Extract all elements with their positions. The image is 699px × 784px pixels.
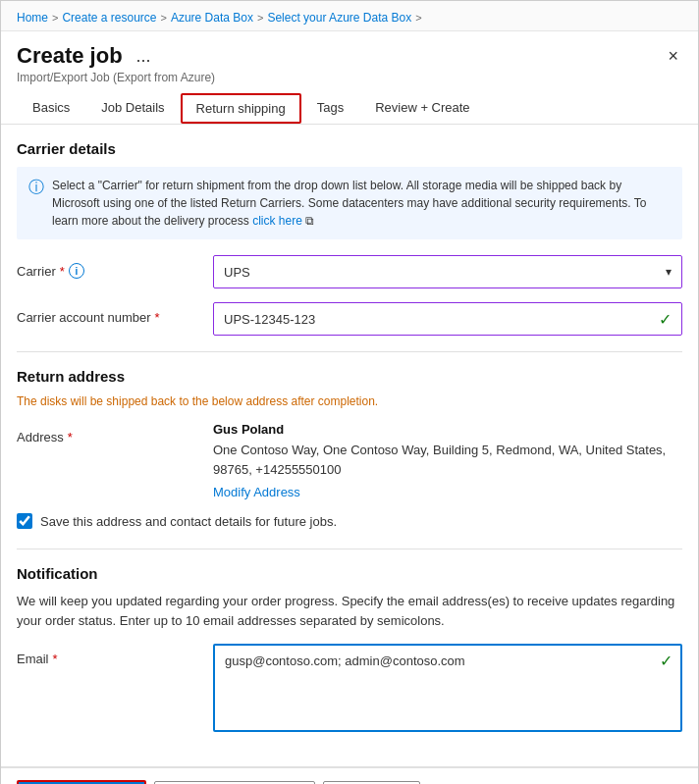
breadcrumb-home[interactable]: Home [17, 11, 48, 25]
breadcrumb-sep-4: > [415, 12, 421, 24]
modify-address-link[interactable]: Modify Address [213, 485, 300, 499]
notification-description: We will keep you updated regarding your … [17, 592, 682, 630]
page-title-row: Create job ... [17, 43, 215, 69]
email-row: Email * gusp@contoso.com; admin@contoso.… [17, 644, 682, 735]
account-value: UPS-12345-123 [224, 312, 315, 327]
breadcrumb: Home > Create a resource > Azure Data Bo… [1, 1, 698, 31]
header: Create job ... Import/Export Job (Export… [1, 31, 698, 92]
breadcrumb-azure-data-box[interactable]: Azure Data Box [171, 11, 253, 25]
account-verified-icon: ✓ [659, 310, 672, 329]
tab-job-details[interactable]: Job Details [85, 92, 180, 125]
carrier-dropdown[interactable]: UPS ▾ [213, 255, 682, 288]
save-address-checkbox[interactable] [17, 513, 32, 529]
info-icon: ⓘ [28, 178, 44, 198]
address-name: Gus Poland [213, 422, 682, 437]
save-address-label: Save this address and contact details fo… [40, 514, 337, 529]
breadcrumb-sep-2: > [161, 12, 167, 24]
footer: Review + Create < Previous: Job Details … [1, 766, 698, 784]
email-control-wrap: gusp@contoso.com; admin@contoso.com ✓ [213, 644, 682, 735]
tab-basics[interactable]: Basics [17, 92, 85, 125]
page-subtitle: Import/Export Job (Export from Azure) [17, 71, 215, 84]
breadcrumb-create-resource[interactable]: Create a resource [62, 11, 156, 25]
carrier-label: Carrier * i [17, 255, 213, 279]
tab-review-create[interactable]: Review + Create [359, 92, 485, 125]
click-here-link[interactable]: click here [252, 214, 302, 228]
return-address-section: Return address The disks will be shipped… [17, 368, 682, 529]
breadcrumb-select-azure-data-box[interactable]: Select your Azure Data Box [267, 11, 411, 25]
info-box: ⓘ Select a "Carrier" for return shipment… [17, 167, 682, 239]
return-address-title: Return address [17, 368, 682, 385]
tab-return-shipping[interactable]: Return shipping [181, 93, 301, 124]
ellipsis-button[interactable]: ... [133, 46, 155, 67]
info-text: Select a "Carrier" for return shipment f… [52, 177, 671, 230]
carrier-required: * [60, 264, 65, 279]
email-verified-icon: ✓ [660, 652, 672, 670]
notification-section: Notification We will keep you updated re… [17, 565, 682, 735]
content-area: Carrier details ⓘ Select a "Carrier" for… [1, 125, 698, 766]
header-left: Create job ... Import/Export Job (Export… [17, 43, 215, 84]
email-textarea[interactable]: gusp@contoso.com; admin@contoso.com [213, 644, 682, 732]
page-title: Create job [17, 43, 123, 69]
account-row: Carrier account number * UPS-12345-123 ✓ [17, 302, 682, 336]
account-dropdown[interactable]: UPS-12345-123 ✓ [213, 302, 682, 336]
address-block: Gus Poland One Contoso Way, One Contoso … [213, 422, 682, 499]
breadcrumb-sep-1: > [52, 12, 58, 24]
review-create-button[interactable]: Review + Create [17, 780, 146, 784]
address-row: Address * Gus Poland One Contoso Way, On… [17, 422, 682, 499]
tabs-bar: Basics Job Details Return shipping Tags … [1, 92, 698, 125]
divider-2 [17, 549, 682, 549]
email-required: * [53, 652, 58, 666]
address-label: Address * [17, 422, 213, 444]
divider-1 [17, 351, 682, 352]
carrier-dropdown-arrow: ▾ [666, 265, 672, 279]
email-label: Email * [17, 644, 213, 666]
address-text: One Contoso Way, One Contoso Way, Buildi… [213, 441, 682, 479]
notification-title: Notification [17, 565, 682, 582]
carrier-row: Carrier * i UPS ▾ [17, 255, 682, 288]
account-label: Carrier account number * [17, 302, 213, 325]
account-control-wrap: UPS-12345-123 ✓ [213, 302, 682, 336]
carrier-section-title: Carrier details [17, 140, 682, 157]
breadcrumb-sep-3: > [257, 12, 263, 24]
account-required: * [155, 310, 160, 325]
save-address-row: Save this address and contact details fo… [17, 513, 682, 529]
tab-tags[interactable]: Tags [301, 92, 359, 125]
close-button[interactable]: × [664, 43, 682, 69]
main-panel: Home > Create a resource > Azure Data Bo… [0, 0, 699, 784]
carrier-value: UPS [224, 265, 250, 280]
carrier-control-wrap: UPS ▾ [213, 255, 682, 288]
return-address-subtitle: The disks will be shipped back to the be… [17, 394, 682, 408]
carrier-info-icon[interactable]: i [69, 263, 84, 279]
address-required: * [68, 430, 73, 444]
